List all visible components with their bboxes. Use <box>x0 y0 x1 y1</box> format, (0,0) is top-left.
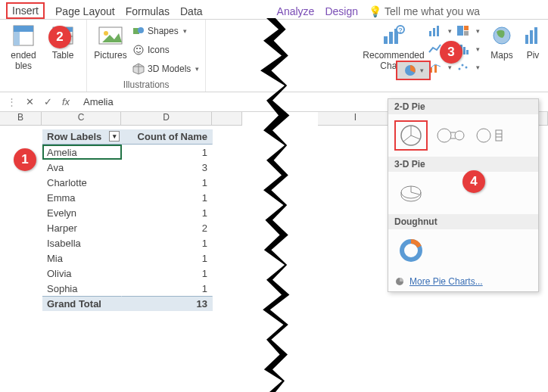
svg-point-36 <box>459 68 461 70</box>
combo-chart-icon <box>428 61 444 73</box>
pie-3d-section: 3-D Pie <box>388 157 538 172</box>
svg-line-46 <box>411 135 420 139</box>
pie-icon <box>398 123 424 148</box>
shapes-button[interactable]: Shapes▾ <box>132 23 199 39</box>
svg-rect-30 <box>464 26 469 30</box>
svg-point-38 <box>465 67 468 69</box>
pivot-row[interactable]: Harper2 <box>42 220 213 235</box>
col-header-e[interactable] <box>212 112 242 126</box>
doughnut-section: Doughnut <box>388 214 538 229</box>
col-header-d[interactable]: D <box>121 112 212 126</box>
svg-point-14 <box>136 48 138 49</box>
col-header-i[interactable]: I <box>318 112 394 126</box>
pie-3d-option[interactable] <box>394 178 428 208</box>
svg-rect-28 <box>434 65 437 73</box>
svg-rect-24 <box>429 31 431 36</box>
rec-charts-icon: ? <box>381 23 406 48</box>
svg-line-58 <box>411 192 419 194</box>
svg-rect-53 <box>496 130 502 141</box>
pivot-header-count[interactable]: Count of Name <box>122 129 213 145</box>
ribbon-tabs: Insert Page Layout Formulas Data Analyze… <box>0 0 548 20</box>
svg-rect-26 <box>437 26 439 36</box>
enter-button[interactable]: ✓ <box>41 96 54 107</box>
chevron-down-icon: ▾ <box>183 27 187 35</box>
maps-button[interactable]: Maps <box>484 23 519 90</box>
pivot-row[interactable]: Sophia1 <box>42 281 213 296</box>
pie-2d-option[interactable] <box>394 120 428 151</box>
fx-button[interactable]: fx <box>59 96 73 107</box>
pivot-row[interactable]: Olivia1 <box>42 266 213 281</box>
scatter-icon <box>456 61 472 73</box>
icons-button[interactable]: Icons <box>132 42 199 58</box>
doughnut-icon <box>398 238 424 263</box>
tab-design[interactable]: Design <box>325 5 358 17</box>
pivot-row[interactable]: Ava3 <box>42 160 213 175</box>
svg-rect-29 <box>457 26 463 36</box>
svg-rect-40 <box>525 35 528 44</box>
svg-point-52 <box>477 129 490 142</box>
pivot-row[interactable]: Evelyn1 <box>42 205 213 220</box>
svg-rect-25 <box>433 28 435 36</box>
callout-2: 2 <box>48 26 71 48</box>
pivot-row[interactable]: Mia1 <box>42 250 213 266</box>
pivot-row[interactable]: Isabella1 <box>42 235 213 250</box>
column-chart-button[interactable]: ▾ <box>428 23 452 39</box>
callout-4: 4 <box>462 170 485 193</box>
svg-point-49 <box>455 131 464 140</box>
scatter-chart-button[interactable]: ▾ <box>456 59 480 76</box>
tab-data[interactable]: Data <box>180 5 203 17</box>
pivot-row[interactable]: Charlotte1 <box>42 175 213 190</box>
more-pie-charts-link[interactable]: More Pie Charts... <box>388 272 538 291</box>
svg-rect-1 <box>14 26 33 32</box>
3d-models-button[interactable]: 3D Models▾ <box>132 61 199 77</box>
svg-rect-42 <box>534 27 537 44</box>
svg-rect-19 <box>384 36 388 44</box>
pictures-icon <box>98 23 123 48</box>
svg-point-9 <box>104 31 108 36</box>
doughnut-option[interactable] <box>394 235 428 266</box>
callout-1: 1 <box>14 148 36 171</box>
svg-point-37 <box>462 64 464 67</box>
tab-insert[interactable]: Insert <box>6 2 45 19</box>
pivot-icon <box>11 23 36 48</box>
pivot-row[interactable]: Amelia1 <box>42 145 213 160</box>
pivot-grand-total[interactable]: Grand Total13 <box>42 296 213 311</box>
pie-chart-dropdown-button[interactable]: ▾ <box>396 61 431 80</box>
tab-analyze[interactable]: Analyze <box>277 5 315 17</box>
svg-rect-2 <box>14 32 20 45</box>
recommended-pivot-button[interactable]: ended bles <box>6 23 41 90</box>
svg-point-15 <box>139 48 141 49</box>
ribbon-area: ended bles Table Pictures Shapes <box>0 20 548 92</box>
tab-page-layout[interactable]: Page Layout <box>55 5 115 17</box>
svg-rect-34 <box>463 47 465 54</box>
pictures-button[interactable]: Pictures <box>93 23 128 79</box>
col-header-b[interactable]: B <box>0 112 42 126</box>
pie-2d-section: 2-D Pie <box>388 99 538 114</box>
pie-of-pie-option[interactable] <box>434 120 467 151</box>
treemap-icon <box>456 25 472 37</box>
icons-icon <box>132 44 145 56</box>
col-header-c[interactable]: C <box>42 112 121 126</box>
svg-point-13 <box>134 45 143 54</box>
tell-me[interactable]: 💡 Tell me what you wa <box>369 5 480 17</box>
hierarchy-chart-button[interactable]: ▾ <box>456 23 480 39</box>
bar-of-pie-option[interactable] <box>473 120 506 151</box>
column-chart-icon <box>428 25 444 37</box>
cancel-button[interactable]: ✕ <box>23 96 36 107</box>
svg-line-47 <box>403 135 411 142</box>
shapes-icon <box>132 25 145 37</box>
pivot-header-rowlabels[interactable]: Row Labels ▾ <box>42 129 122 145</box>
pivotchart-button[interactable]: Piv <box>524 23 542 90</box>
pivotchart-icon <box>520 23 546 48</box>
filter-dropdown-button[interactable]: ▾ <box>109 131 120 142</box>
lightbulb-icon: 💡 <box>369 5 381 17</box>
svg-rect-35 <box>466 50 469 54</box>
chevron-down-icon: ▾ <box>420 67 424 74</box>
pivot-row[interactable]: Emma1 <box>42 190 213 205</box>
tab-formulas[interactable]: Formulas <box>126 5 170 17</box>
svg-point-48 <box>437 129 451 142</box>
chevron-down-icon: ▾ <box>195 65 199 73</box>
globe-icon <box>489 23 515 48</box>
bar-of-pie-icon <box>475 124 505 147</box>
cube-icon <box>132 63 145 75</box>
